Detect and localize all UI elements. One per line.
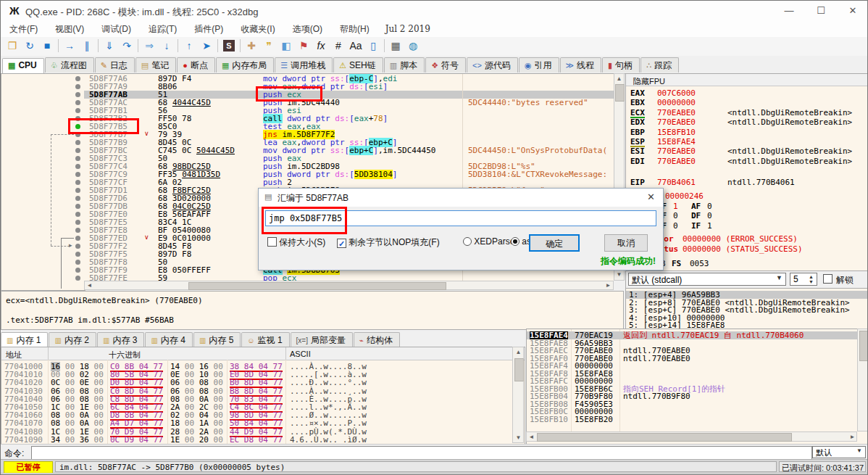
restart-icon[interactable]: ↻ [21, 37, 38, 54]
pause-icon[interactable]: ∥ [78, 37, 96, 54]
menu-item[interactable]: 插件(P) [185, 21, 232, 38]
dialog-close-icon[interactable]: ✕ [647, 191, 655, 202]
menu-item[interactable]: 选项(O) [284, 21, 331, 38]
stack-hscrollbar[interactable]: ◄ ► [526, 431, 857, 442]
tab-结构体[interactable]: ⌁结构体 [354, 332, 400, 347]
bookmark-icon[interactable]: ⚑ [295, 37, 312, 54]
tab-脚本[interactable]: ▥脚本 [384, 57, 425, 73]
register-row[interactable]: EDI770EABE0<ntdll.DbgUiRemoteBreakin> [626, 157, 868, 166]
stack-panel[interactable]: 15E8FAE4770EAC19返回到 ntdll.770EAC19 自 ntd… [526, 329, 868, 445]
execute-till-return-icon[interactable]: ↑ [180, 37, 198, 54]
maximize-button[interactable]: ☐ [805, 1, 837, 20]
breakpoint-dot[interactable] [75, 84, 80, 89]
register-row[interactable]: ESP15E8FAE4 [626, 138, 868, 146]
menu-item[interactable]: 追踪(T) [140, 21, 185, 38]
breakpoint-dot[interactable] [75, 260, 80, 265]
run-to-user-code-icon[interactable]: ➤ [198, 37, 215, 54]
breakpoint-dot[interactable] [75, 76, 80, 81]
breakpoint-dot[interactable] [75, 204, 80, 209]
stack-row[interactable]: 15E8FB1015E8FB20 [527, 416, 857, 424]
breakpoint-dot[interactable] [75, 172, 80, 177]
ok-button[interactable]: 确定 [529, 234, 580, 252]
device-icon[interactable]: ▯ [364, 37, 382, 54]
breakpoint-dot[interactable] [75, 228, 80, 233]
tab-跟踪[interactable]: ∴跟踪 [640, 57, 679, 73]
run-icon[interactable]: → [61, 37, 78, 54]
tab-内存 2[interactable]: ▥内存 2 [49, 332, 96, 347]
tab-SEH链[interactable]: ⚠SEH链 [333, 57, 383, 73]
globe-icon[interactable]: ◍ [404, 37, 422, 54]
run-until-icon[interactable]: ⇒ [141, 37, 158, 54]
stack-vscrollbar[interactable] [857, 329, 868, 431]
step-into-icon[interactable]: ⇓ [101, 37, 118, 54]
step-down-icon[interactable]: ↓ [158, 37, 175, 54]
tab-CPU[interactable]: ▦CPU [2, 58, 44, 75]
register-row[interactable]: EDX770EABE0<ntdll.DbgUiRemoteBreakin> [626, 118, 868, 127]
command-input[interactable] [31, 446, 812, 460]
breakpoint-dot[interactable] [75, 268, 80, 273]
strings-icon[interactable]: Aa [347, 37, 364, 54]
tab-内存布局[interactable]: ▦内存布局 [216, 57, 274, 73]
cancel-button[interactable]: 取消 [604, 234, 648, 252]
close-button[interactable]: ✕ [837, 1, 868, 20]
keep-size-checkbox[interactable]: 保持大小(S) [267, 236, 325, 249]
stop-icon[interactable]: ■ [38, 37, 56, 54]
breakpoint-dot[interactable] [75, 188, 80, 193]
disasm-hscrollbar[interactable]: ◄ ► [84, 281, 614, 290]
breakpoint-dot[interactable] [75, 148, 80, 153]
memory-vscrollbar[interactable]: ▲ ▼ [512, 347, 524, 443]
patch-icon[interactable]: ✚ [243, 37, 260, 54]
tab-流程图[interactable]: ♧流程图 [45, 57, 94, 73]
menu-item[interactable]: 调试(D) [93, 21, 140, 38]
breakpoint-dot[interactable] [75, 236, 80, 241]
breakpoint-dot[interactable] [75, 92, 80, 97]
tab-内存 4[interactable]: ▥内存 4 [145, 332, 192, 347]
breakpoint-dot[interactable] [75, 196, 80, 201]
menu-item[interactable]: 帮助(H) [331, 21, 378, 38]
breakpoint-dot[interactable] [75, 276, 80, 281]
breakpoint-dot[interactable] [75, 156, 80, 161]
dialog-title-bar[interactable]: ▤ 汇编于 5D8F77AB ✕ [259, 189, 663, 207]
tab-引用[interactable]: ◉引用 [519, 57, 559, 73]
tab-笔记[interactable]: ▤笔记 [135, 57, 176, 73]
tab-监视 1[interactable]: ☺监视 1 [241, 332, 289, 347]
register-row[interactable]: ESI770EABE0<ntdll.DbgUiRemoteBreakin> [626, 147, 868, 156]
tab-局部变量[interactable]: [x=]局部变量 [291, 332, 353, 347]
animate-icon[interactable]: S [223, 40, 235, 51]
tab-源代码[interactable]: <>源代码 [467, 57, 518, 73]
tab-内存 5[interactable]: ▥内存 5 [193, 332, 241, 347]
breakpoint-dot[interactable] [75, 252, 80, 257]
tab-断点[interactable]: ●断点 [177, 57, 215, 73]
memory-dump-panel[interactable]: 地址十六进制ASCII 7704100016 00 18 00C0 8B 04 … [1, 347, 525, 445]
register-row[interactable]: ECX770EABE0<ntdll.DbgUiRemoteBreakin> [626, 109, 868, 117]
breakpoint-dot[interactable] [75, 244, 80, 249]
register-row[interactable]: EBX00000000 [626, 99, 868, 107]
register-row[interactable]: EBP15E8FB10 [626, 128, 868, 137]
function-icon[interactable]: fx [312, 37, 330, 54]
register-row[interactable]: EIP770B4061ntdll.770B4061 [626, 178, 868, 187]
tab-符号[interactable]: ❖符号 [425, 57, 466, 73]
xedparse-radio[interactable]: XEDParse [463, 236, 514, 247]
tab-日志[interactable]: ✎日志 [95, 57, 135, 73]
minimize-button[interactable]: — [773, 1, 805, 20]
breakpoint-dot[interactable] [75, 220, 80, 225]
unlock-checkbox[interactable] [823, 274, 832, 284]
breakpoint-dot[interactable] [75, 108, 80, 113]
arg-count-stepper[interactable]: 5 ▲▼ [790, 273, 817, 286]
comment-icon[interactable]: ❞ [260, 37, 277, 54]
menu-item[interactable]: 文件(F) [1, 21, 46, 38]
tab-句柄[interactable]: ▮句柄 [602, 57, 640, 73]
menu-item[interactable]: 视图(V) [46, 21, 93, 38]
calling-convention-select[interactable]: 默认 (stdcall) ▼ [628, 273, 786, 286]
breakpoint-dot[interactable] [75, 212, 80, 217]
register-row[interactable]: EAX007C6000 [626, 89, 868, 98]
label-icon[interactable]: ◧ [277, 37, 295, 54]
step-over-icon[interactable]: ↷ [118, 37, 135, 54]
breakpoint-dot[interactable] [75, 164, 80, 169]
breakpoint-dot[interactable] [75, 180, 80, 185]
fill-nop-checkbox[interactable]: ✓ 剩余字节以NOP填充(F) [337, 236, 440, 249]
command-profile-select[interactable]: 默认 ▼ [812, 446, 866, 458]
tab-内存 3[interactable]: ▥内存 3 [97, 332, 144, 347]
breakpoint-dot[interactable] [75, 140, 80, 145]
open-file-icon[interactable]: ❐ [4, 37, 21, 54]
